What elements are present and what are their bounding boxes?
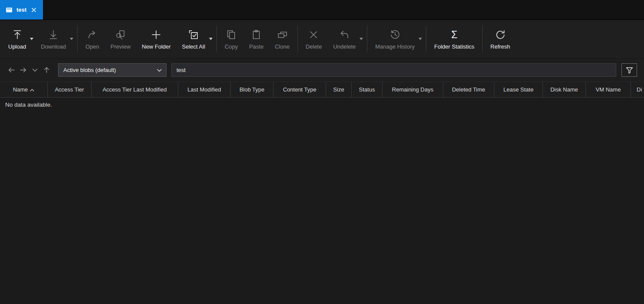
forward-arrow-icon[interactable]: [18, 65, 28, 75]
refresh-button[interactable]: Refresh: [485, 23, 516, 55]
manage-history-button[interactable]: Manage History: [369, 23, 424, 55]
chevron-down-icon[interactable]: [30, 38, 33, 40]
tab-bar: test: [0, 0, 644, 20]
column-header-content-type[interactable]: Content Type: [274, 82, 326, 97]
back-arrow-icon[interactable]: [6, 65, 16, 75]
preview-button[interactable]: Preview: [105, 23, 136, 55]
column-header-disk-name[interactable]: Disk Name: [543, 82, 586, 97]
column-header-remaining-days[interactable]: Remaining Days: [382, 82, 443, 97]
select-all-button[interactable]: Select All: [177, 23, 214, 55]
new-folder-button[interactable]: New Folder: [136, 23, 176, 55]
column-header-lease-state[interactable]: Lease State: [494, 82, 543, 97]
toolbar-separator: [482, 26, 483, 52]
download-icon: [48, 29, 59, 40]
blob-list-area: No data available.: [0, 98, 644, 304]
column-header-name[interactable]: Name: [0, 82, 48, 97]
toolbar-separator: [216, 26, 217, 52]
clone-button[interactable]: Clone: [269, 23, 295, 55]
column-header-status[interactable]: Status: [352, 82, 382, 97]
column-label: VM Name: [596, 86, 621, 93]
download-button[interactable]: Download: [35, 23, 75, 55]
column-label: Access Tier: [55, 86, 84, 93]
copy-icon: [226, 29, 237, 40]
funnel-icon: [626, 67, 633, 74]
filter-button[interactable]: [621, 63, 637, 77]
column-header-last-modified[interactable]: Last Modified: [178, 82, 231, 97]
plus-icon: [150, 29, 162, 40]
column-label: Access Tier Last Modified: [102, 86, 167, 93]
blob-state-dropdown-value: Active blobs (default): [63, 67, 157, 73]
manage-history-label: Manage History: [375, 43, 415, 50]
toolbar-separator: [367, 26, 367, 52]
toolbar-separator: [426, 26, 426, 52]
copy-label: Copy: [225, 43, 238, 50]
preview-label: Preview: [111, 43, 131, 50]
path-input[interactable]: [171, 63, 616, 77]
chevron-down-icon[interactable]: [70, 38, 73, 40]
folder-statistics-label: Folder Statistics: [434, 43, 474, 50]
column-header-vm-name[interactable]: VM Name: [586, 82, 631, 97]
toolbar-separator: [77, 26, 78, 52]
select-all-label: Select All: [182, 43, 205, 50]
column-label: Lease State: [503, 86, 533, 93]
column-label: Remaining Days: [392, 86, 433, 93]
column-label: Blob Type: [239, 86, 265, 93]
refresh-label: Refresh: [490, 43, 510, 50]
undo-arrow-icon: [339, 29, 350, 40]
column-header-clipped[interactable]: Di: [631, 82, 644, 97]
sigma-icon: Σ: [451, 29, 457, 40]
upload-icon: [12, 29, 23, 40]
column-label: Deleted Time: [452, 86, 485, 93]
column-label: Content Type: [283, 86, 316, 93]
tab-test[interactable]: test: [0, 0, 43, 20]
column-header-access-tier-last-modified[interactable]: Access Tier Last Modified: [92, 82, 178, 97]
column-header-access-tier[interactable]: Access Tier: [48, 82, 92, 97]
chevron-down-icon[interactable]: [418, 38, 422, 40]
open-button[interactable]: Open: [80, 23, 105, 55]
tab-label: test: [16, 7, 26, 13]
delete-x-icon: [308, 29, 319, 40]
delete-label: Delete: [306, 43, 322, 50]
sort-ascending-icon: [30, 86, 34, 93]
new-folder-label: New Folder: [142, 43, 170, 50]
history-clock-icon: [389, 29, 401, 40]
paste-button[interactable]: Paste: [243, 23, 269, 55]
copy-button[interactable]: Copy: [219, 23, 243, 55]
toolbar: Upload Download Open: [0, 20, 644, 59]
column-header-size[interactable]: Size: [326, 82, 352, 97]
close-icon[interactable]: [30, 7, 37, 13]
column-label: Di: [637, 86, 642, 93]
toolbar-separator: [297, 26, 298, 52]
undelete-label: Undelete: [333, 43, 356, 50]
open-label: Open: [85, 43, 99, 50]
chevron-down-icon: [157, 67, 162, 73]
column-header-deleted-time[interactable]: Deleted Time: [443, 82, 494, 97]
chevron-down-icon[interactable]: [360, 38, 363, 40]
undelete-button[interactable]: Undelete: [327, 23, 365, 55]
clone-label: Clone: [275, 43, 290, 50]
paste-label: Paste: [249, 43, 263, 50]
history-chevron-down-icon[interactable]: [29, 65, 40, 75]
delete-button[interactable]: Delete: [300, 23, 328, 55]
column-label: Name: [13, 86, 28, 93]
empty-state-message: No data available.: [0, 98, 644, 112]
refresh-icon: [495, 29, 506, 40]
blob-state-dropdown[interactable]: Active blobs (default): [58, 63, 167, 77]
upload-button[interactable]: Upload: [3, 23, 35, 55]
storage-explorer-window: test Upload Download: [0, 0, 644, 304]
select-all-icon: [188, 29, 199, 40]
navigation-bar: Active blobs (default): [0, 59, 644, 82]
preview-icon: [115, 29, 126, 40]
open-icon: [87, 29, 98, 40]
folder-statistics-button[interactable]: Σ Folder Statistics: [428, 23, 480, 55]
column-label: Size: [333, 86, 344, 93]
chevron-down-icon[interactable]: [209, 38, 212, 40]
column-header-blob-type[interactable]: Blob Type: [231, 82, 274, 97]
upload-label: Upload: [8, 43, 26, 50]
up-level-arrow-icon[interactable]: [41, 65, 52, 75]
column-label: Status: [359, 86, 375, 93]
download-label: Download: [41, 43, 66, 50]
column-label: Last Modified: [187, 86, 221, 93]
paste-icon: [251, 29, 262, 40]
blob-container-icon: [6, 7, 13, 13]
